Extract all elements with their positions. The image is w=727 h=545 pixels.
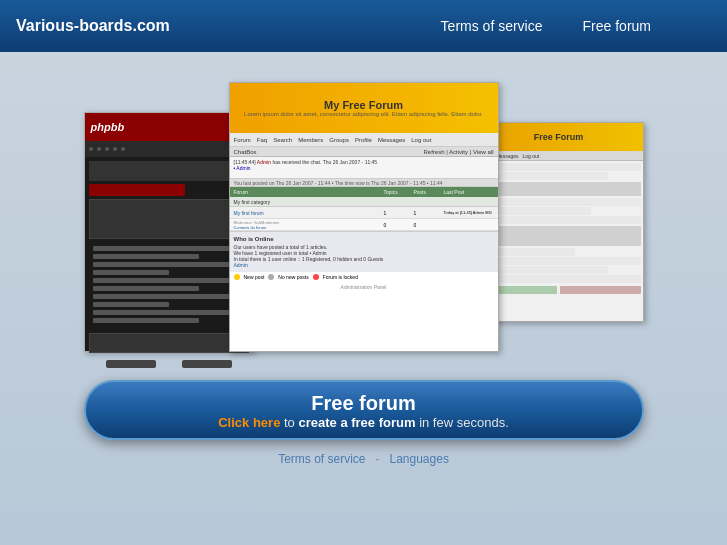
sr-title: Free Forum (534, 132, 584, 142)
free-forum-button[interactable]: Free forum Click here to create a free f… (84, 380, 644, 440)
ss-left-body (85, 157, 253, 376)
sc-legend: New post No new posts Forum is locked (230, 272, 498, 282)
footer-links: Terms of service - Languages (278, 452, 449, 466)
ss-left-nav (85, 141, 253, 157)
sr-top-banner: Free Forum (475, 123, 643, 151)
sc-forum-row-1: My first forum 1 1 Today at [11:45] Admi… (230, 207, 498, 219)
nav-free-forum[interactable]: Free forum (583, 18, 651, 34)
sr-body (475, 161, 643, 296)
ss-left-header: phpbb (85, 113, 253, 141)
create-free-forum-text: create a free forum (298, 415, 415, 430)
sc-forum-row-2: Moderator: SubModerator Contacts du foru… (230, 219, 498, 231)
footer-languages[interactable]: Languages (389, 452, 448, 466)
screenshot-center: My Free Forum Lorem ipsum dolor sit amet… (229, 82, 499, 352)
screenshots-area: phpbb (84, 72, 644, 362)
sr-navbar: Profile Messages Log out (475, 151, 643, 161)
header-nav: Terms of service Free forum (441, 18, 651, 34)
sc-forum-title: My Free Forum (324, 99, 403, 111)
sc-table-header: Forum Topics Posts Last Post (230, 187, 498, 197)
ss-left-logo: phpbb (91, 121, 125, 133)
sc-forum-desc: Lorem ipsum dolor sit amet, consectetur … (244, 111, 483, 117)
sc-post-info: You last posted on Thu 26 Jan 2007 - 11:… (230, 179, 498, 187)
header: Various-boards.com Terms of service Free… (0, 0, 727, 52)
sc-info-box: Who is Online Our users have posted a to… (230, 231, 498, 272)
sc-admin-link: Administration Panel (230, 282, 498, 292)
sc-chat-header: ChatBox Refresh | Activity | View all (230, 147, 498, 157)
footer-terms[interactable]: Terms of service (278, 452, 365, 466)
cta-subtitle: Click here to create a free forum in few… (218, 415, 509, 430)
sc-navbar: Forum Faq Search Members Groups Profile … (230, 133, 498, 147)
sc-top-banner: My Free Forum Lorem ipsum dolor sit amet… (230, 83, 498, 133)
cta-title: Free forum (311, 391, 415, 415)
footer-separator: - (375, 452, 379, 466)
sc-category: My first category (230, 197, 498, 207)
screenshot-right: Free Forum Profile Messages Log out (474, 122, 644, 322)
sc-chat-body: [11:45:44] Admin has received the chat. … (230, 157, 498, 179)
click-here-text[interactable]: Click here (218, 415, 280, 430)
main-content: phpbb (0, 52, 727, 545)
nav-terms[interactable]: Terms of service (441, 18, 543, 34)
header-logo: Various-boards.com (16, 17, 170, 35)
